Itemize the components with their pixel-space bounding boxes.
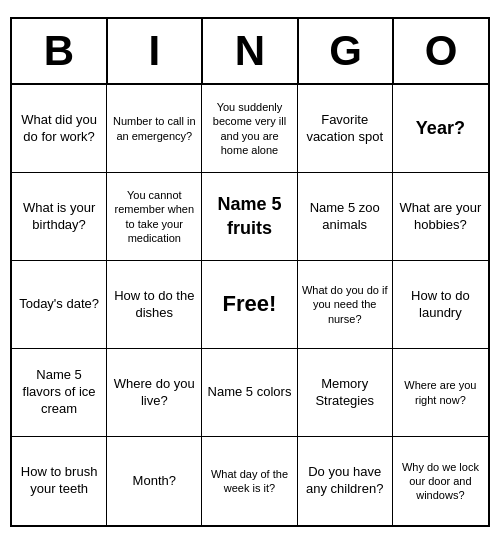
bingo-cell-2: You suddenly become very ill and you are… bbox=[202, 85, 297, 173]
bingo-cell-17: Name 5 colors bbox=[202, 349, 297, 437]
bingo-cell-13: What do you do if you need the nurse? bbox=[298, 261, 393, 349]
header-letter-i: I bbox=[108, 19, 204, 83]
header-letter-g: G bbox=[299, 19, 395, 83]
header-letter-n: N bbox=[203, 19, 299, 83]
header-letter-o: O bbox=[394, 19, 488, 83]
bingo-cell-8: Name 5 zoo animals bbox=[298, 173, 393, 261]
bingo-card: BINGO What did you do for work?Number to… bbox=[10, 17, 490, 527]
bingo-cell-15: Name 5 flavors of ice cream bbox=[12, 349, 107, 437]
bingo-cell-23: Do you have any children? bbox=[298, 437, 393, 525]
header-letter-b: B bbox=[12, 19, 108, 83]
bingo-cell-24: Why do we lock our door and windows? bbox=[393, 437, 488, 525]
bingo-grid: What did you do for work?Number to call … bbox=[12, 85, 488, 525]
bingo-cell-4: Year? bbox=[393, 85, 488, 173]
bingo-cell-20: How to brush your teeth bbox=[12, 437, 107, 525]
bingo-cell-10: Today's date? bbox=[12, 261, 107, 349]
bingo-header: BINGO bbox=[12, 19, 488, 85]
bingo-cell-16: Where do you live? bbox=[107, 349, 202, 437]
bingo-cell-11: How to do the dishes bbox=[107, 261, 202, 349]
bingo-cell-14: How to do laundry bbox=[393, 261, 488, 349]
bingo-cell-21: Month? bbox=[107, 437, 202, 525]
bingo-cell-22: What day of the week is it? bbox=[202, 437, 297, 525]
bingo-cell-0: What did you do for work? bbox=[12, 85, 107, 173]
bingo-cell-5: What is your birthday? bbox=[12, 173, 107, 261]
bingo-cell-19: Where are you right now? bbox=[393, 349, 488, 437]
bingo-cell-1: Number to call in an emergency? bbox=[107, 85, 202, 173]
bingo-cell-18: Memory Strategies bbox=[298, 349, 393, 437]
bingo-cell-3: Favorite vacation spot bbox=[298, 85, 393, 173]
bingo-cell-12: Free! bbox=[202, 261, 297, 349]
bingo-cell-6: You cannot remember when to take your me… bbox=[107, 173, 202, 261]
bingo-cell-7: Name 5 fruits bbox=[202, 173, 297, 261]
bingo-cell-9: What are your hobbies? bbox=[393, 173, 488, 261]
